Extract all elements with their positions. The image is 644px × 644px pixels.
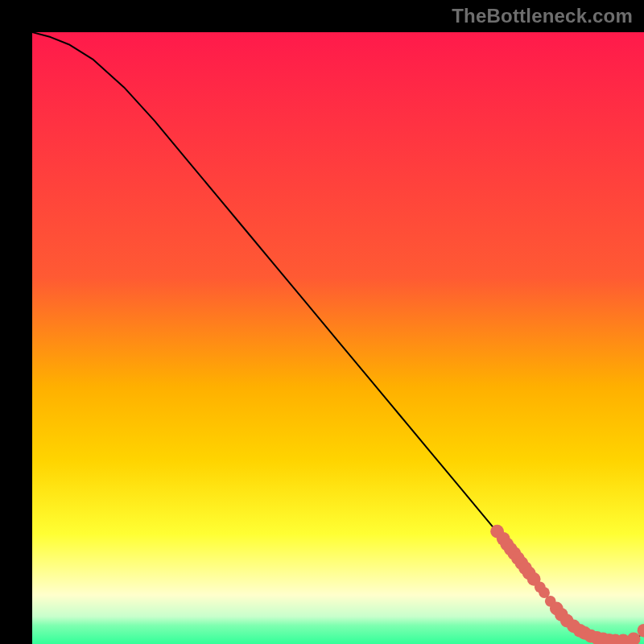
gradient-background: [32, 32, 644, 644]
chart-plot: [32, 32, 644, 644]
chart-stage: TheBottleneck.com: [0, 0, 644, 644]
watermark-text: TheBottleneck.com: [452, 5, 633, 27]
chart-svg: [32, 32, 644, 644]
